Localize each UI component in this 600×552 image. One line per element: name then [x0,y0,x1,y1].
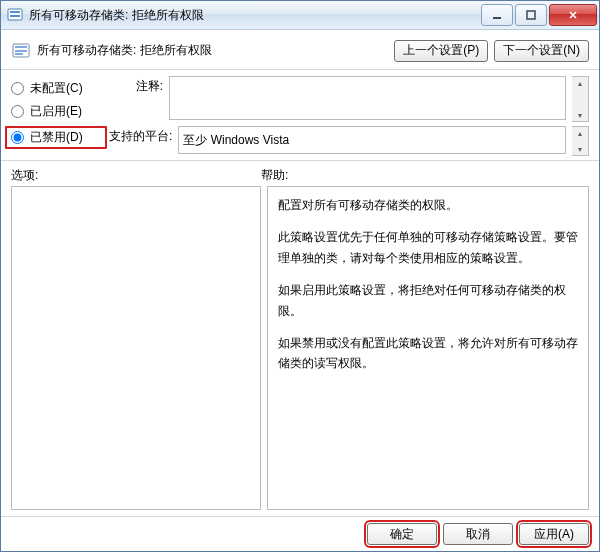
options-label: 选项: [11,167,261,184]
policy-icon [11,41,31,61]
radio-not-configured-label: 未配置(C) [30,80,83,97]
comment-label: 注释: [109,76,163,95]
svg-rect-4 [527,11,535,19]
svg-rect-1 [10,11,20,13]
config-area: 未配置(C) 已启用(E) 已禁用(D) 注释: ▴ ▾ 支持的平台: [1,70,599,161]
panes-row: 配置对所有可移动存储类的权限。 此策略设置优先于任何单独的可移动存储策略设置。要… [1,186,599,516]
window-controls [479,4,597,26]
platform-scrollbar[interactable]: ▴ ▾ [572,126,589,156]
options-pane [11,186,261,510]
svg-rect-2 [10,15,20,17]
platform-value: 至少 Windows Vista [178,126,566,154]
help-paragraph: 如果禁用或没有配置此策略设置，将允许对所有可移动存储类的读写权限。 [278,333,578,374]
maximize-button[interactable] [515,4,547,26]
apply-button[interactable]: 应用(A) [519,523,589,545]
header-row: 所有可移动存储类: 拒绝所有权限 上一个设置(P) 下一个设置(N) [1,30,599,70]
header-title: 所有可移动存储类: 拒绝所有权限 [37,42,394,59]
window-title: 所有可移动存储类: 拒绝所有权限 [29,7,479,24]
help-paragraph: 如果启用此策略设置，将拒绝对任何可移动存储类的权限。 [278,280,578,321]
radio-group: 未配置(C) 已启用(E) 已禁用(D) [11,76,101,156]
comment-scrollbar[interactable]: ▴ ▾ [572,76,589,122]
svg-rect-3 [493,17,501,19]
minimize-button[interactable] [481,4,513,26]
scroll-up-icon[interactable]: ▴ [572,127,588,139]
radio-disabled-input[interactable] [11,131,24,144]
help-paragraph: 此策略设置优先于任何单独的可移动存储策略设置。要管理单独的类，请对每个类使用相应… [278,227,578,268]
scroll-down-icon[interactable]: ▾ [572,109,588,121]
ok-button[interactable]: 确定 [367,523,437,545]
close-button[interactable] [549,4,597,26]
radio-disabled-label: 已禁用(D) [30,129,83,146]
help-label: 帮助: [261,167,589,184]
footer-buttons: 确定 取消 应用(A) [1,516,599,551]
radio-enabled-input[interactable] [11,105,24,118]
svg-rect-8 [15,53,23,55]
comment-row: 注释: ▴ ▾ [109,76,589,122]
next-setting-button[interactable]: 下一个设置(N) [494,40,589,62]
radio-enabled[interactable]: 已启用(E) [11,103,101,120]
svg-rect-7 [15,50,27,52]
radio-not-configured-input[interactable] [11,82,24,95]
scroll-up-icon[interactable]: ▴ [572,77,588,89]
help-pane: 配置对所有可移动存储类的权限。 此策略设置优先于任何单独的可移动存储策略设置。要… [267,186,589,510]
scroll-down-icon[interactable]: ▾ [572,143,588,155]
radio-enabled-label: 已启用(E) [30,103,82,120]
prev-setting-button[interactable]: 上一个设置(P) [394,40,488,62]
dialog-window: 所有可移动存储类: 拒绝所有权限 所有可移动存储类: 拒绝所有权限 上一 [0,0,600,552]
comment-textarea[interactable] [169,76,566,120]
radio-not-configured[interactable]: 未配置(C) [11,80,101,97]
titlebar: 所有可移动存储类: 拒绝所有权限 [1,1,599,30]
section-labels: 选项: 帮助: [1,161,599,186]
cancel-button[interactable]: 取消 [443,523,513,545]
app-icon [7,7,23,23]
svg-rect-0 [8,9,22,20]
platform-row: 支持的平台: 至少 Windows Vista ▴ ▾ [109,126,589,156]
svg-rect-6 [15,46,27,48]
help-paragraph: 配置对所有可移动存储类的权限。 [278,195,578,215]
radio-disabled[interactable]: 已禁用(D) [5,126,107,149]
platform-label: 支持的平台: [109,126,172,145]
